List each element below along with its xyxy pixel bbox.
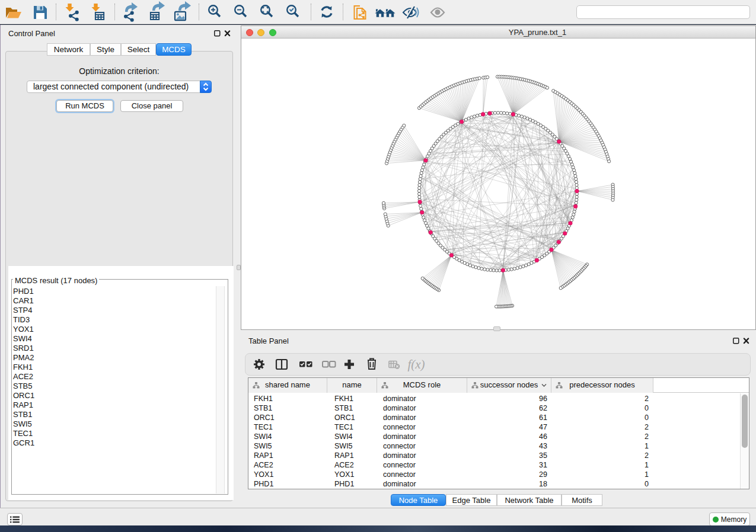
svg-text:f(x): f(x) xyxy=(407,357,425,371)
